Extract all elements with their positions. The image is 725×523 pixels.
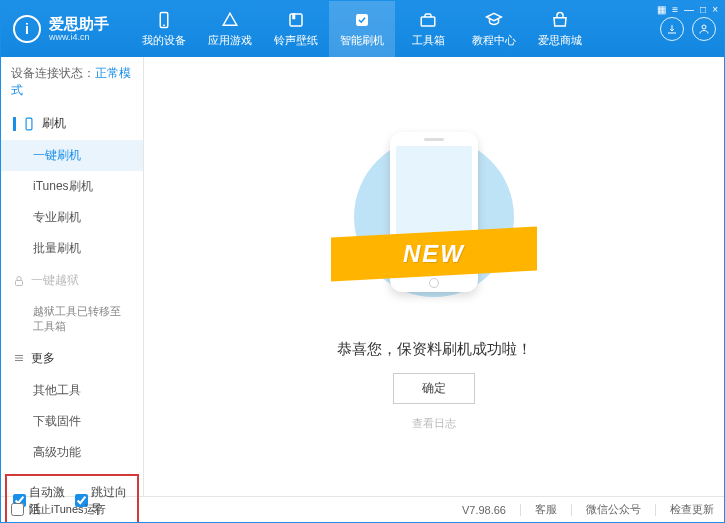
tab-apps-games[interactable]: 应用游戏 [197, 1, 263, 57]
sidebar-item-advanced[interactable]: 高级功能 [1, 437, 143, 468]
svg-point-6 [702, 25, 706, 29]
svg-rect-5 [421, 17, 435, 26]
sidebar-head-more[interactable]: 更多 [1, 342, 143, 375]
sidebar-item-itunes-flash[interactable]: iTunes刷机 [1, 171, 143, 202]
apps-icon [220, 10, 240, 30]
user-button[interactable] [692, 17, 716, 41]
lock-icon [13, 275, 25, 287]
tab-tutorial[interactable]: 教程中心 [461, 1, 527, 57]
sidebar-item-batch-flash[interactable]: 批量刷机 [1, 233, 143, 264]
customer-service-link[interactable]: 客服 [535, 502, 557, 517]
brand: i 爱思助手 www.i4.cn [1, 15, 121, 43]
flash-icon [352, 10, 372, 30]
svg-rect-3 [293, 14, 295, 19]
tab-smart-flash[interactable]: 智能刷机 [329, 1, 395, 57]
nav-tabs: 我的设备 应用游戏 铃声壁纸 智能刷机 工具箱 教程中心 爱思商城 [131, 1, 593, 57]
brand-logo-icon: i [13, 15, 41, 43]
main-content: NEW 恭喜您，保资料刷机成功啦！ 确定 查看日志 [144, 57, 724, 496]
tutorial-icon [484, 10, 504, 30]
sidebar-head-flash[interactable]: 刷机 [1, 107, 143, 140]
checkbox-block-itunes[interactable]: 阻止iTunes运行 [11, 502, 106, 517]
tab-my-device[interactable]: 我的设备 [131, 1, 197, 57]
sidebar-item-other-tools[interactable]: 其他工具 [1, 375, 143, 406]
tab-ringtone-wallpaper[interactable]: 铃声壁纸 [263, 1, 329, 57]
sidebar: 设备连接状态：正常模式 刷机 一键刷机 iTunes刷机 专业刷机 批量刷机 一… [1, 57, 144, 496]
tab-store[interactable]: 爱思商城 [527, 1, 593, 57]
svg-rect-7 [26, 118, 32, 130]
check-update-link[interactable]: 检查更新 [670, 502, 714, 517]
download-button[interactable] [660, 17, 684, 41]
more-icon [13, 352, 25, 364]
wallpaper-icon [286, 10, 306, 30]
brand-name: 爱思助手 [49, 16, 109, 33]
view-log-link[interactable]: 查看日志 [412, 416, 456, 431]
title-bar: ▦ ≡ — □ × i 爱思助手 www.i4.cn 我的设备 应用游戏 铃声壁… [1, 1, 724, 57]
connection-status: 设备连接状态：正常模式 [1, 57, 143, 107]
success-message: 恭喜您，保资料刷机成功啦！ [337, 340, 532, 359]
toolbox-icon [418, 10, 438, 30]
svg-rect-8 [16, 280, 23, 285]
ok-button[interactable]: 确定 [393, 373, 475, 404]
sidebar-head-jailbreak[interactable]: 一键越狱 [1, 264, 143, 297]
brand-url: www.i4.cn [49, 32, 109, 42]
phone-icon [22, 117, 36, 131]
device-icon [154, 10, 174, 30]
sidebar-item-pro-flash[interactable]: 专业刷机 [1, 202, 143, 233]
new-ribbon: NEW [331, 227, 537, 282]
svg-rect-4 [356, 14, 368, 26]
store-icon [550, 10, 570, 30]
sidebar-jailbreak-note: 越狱工具已转移至 工具箱 [1, 297, 143, 342]
sidebar-item-download-firmware[interactable]: 下载固件 [1, 406, 143, 437]
header-right-controls [660, 1, 724, 57]
svg-rect-2 [290, 14, 302, 26]
tab-toolbox[interactable]: 工具箱 [395, 1, 461, 57]
sidebar-item-one-key-flash[interactable]: 一键刷机 [1, 140, 143, 171]
success-illustration: NEW [349, 122, 519, 322]
wechat-link[interactable]: 微信公众号 [586, 502, 641, 517]
version-label: V7.98.66 [462, 504, 506, 516]
